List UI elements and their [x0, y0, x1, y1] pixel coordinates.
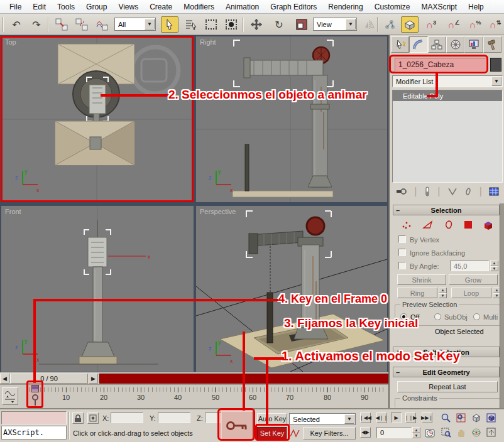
mini-curve-editor-icon[interactable] [2, 387, 18, 405]
chevron-down-icon[interactable]: ▼ [491, 77, 501, 86]
object-name-field[interactable]: 1_0256_Cabeza [395, 58, 486, 72]
frame0-key-marker[interactable] [31, 393, 39, 407]
percent-snap-icon[interactable]: ∩% [466, 16, 484, 33]
select-and-scale-icon[interactable] [293, 16, 310, 33]
edge-mode-icon[interactable] [422, 220, 434, 230]
key-filters-button[interactable]: Key Filters... [303, 427, 356, 439]
menu-item-animation[interactable]: Animation [220, 3, 265, 11]
select-object-icon[interactable] [161, 16, 178, 33]
lock-selection-icon[interactable] [72, 412, 84, 424]
bind-to-space-warp-icon[interactable] [93, 16, 111, 33]
key-selection-filter-dropdown[interactable]: Selected ▼ [289, 413, 356, 425]
spinner-snap-icon[interactable]: ∩⇅ [486, 16, 504, 33]
viewport-perspective[interactable]: Perspective [196, 206, 387, 372]
ring-spinner[interactable]: ▲▼ [439, 288, 447, 298]
select-and-move-icon[interactable] [248, 16, 265, 33]
menu-item-group[interactable]: Group [80, 3, 112, 11]
menu-item-create[interactable]: Create [144, 3, 178, 11]
play-animation-icon[interactable]: ▶ [391, 412, 402, 423]
show-end-result-icon[interactable] [424, 186, 430, 197]
set-keys-key-button[interactable] [221, 411, 253, 440]
select-and-manipulate-icon[interactable] [381, 16, 398, 33]
zoom-icon[interactable] [440, 412, 452, 424]
ignore-backfacing-checkbox[interactable] [398, 249, 406, 256]
soft-selection-rollout-header[interactable]: + Soft Selection [393, 347, 500, 357]
tab-motion-icon[interactable] [446, 36, 464, 53]
default-in-out-tangents-icon[interactable] [288, 427, 300, 439]
element-mode-icon[interactable] [483, 220, 495, 230]
time-slider-next-arrow[interactable]: ▶ [89, 374, 98, 384]
preview-off-radio[interactable] [400, 313, 407, 320]
vertex-mode-icon[interactable] [401, 220, 412, 230]
make-unique-icon[interactable] [447, 187, 457, 196]
preview-multi-radio[interactable] [473, 313, 480, 320]
modifier-stack-item[interactable]: Editable Poly [393, 90, 502, 101]
selection-rollout-header[interactable]: – Selection [393, 205, 500, 215]
tab-display-icon[interactable] [464, 36, 483, 53]
viewport-top[interactable]: Top [1, 36, 194, 202]
zoom-all-icon[interactable] [455, 412, 467, 424]
by-angle-spinner[interactable]: ▲▼ [490, 261, 498, 271]
shrink-button[interactable]: Shrink [397, 274, 446, 285]
selection-filter-dropdown[interactable]: All ▼ [114, 18, 156, 31]
by-vertex-checkbox[interactable] [398, 235, 406, 243]
x-coord-field[interactable] [111, 412, 143, 423]
viewport-right[interactable]: Right y [196, 36, 387, 202]
reference-coordinate-dropdown[interactable]: View ▼ [313, 18, 357, 31]
remove-modifier-icon[interactable] [464, 187, 472, 196]
menu-item-views[interactable]: Views [112, 3, 144, 11]
select-and-link-icon[interactable] [53, 16, 70, 33]
menu-item-edit[interactable]: Edit [27, 3, 52, 11]
select-and-rotate-icon[interactable]: ↻ [270, 16, 288, 33]
repeat-last-button[interactable]: Repeat Last [397, 381, 498, 392]
menu-item-customize[interactable]: Customize [369, 3, 416, 11]
redo-icon[interactable]: ↷ [28, 16, 45, 33]
menu-item-tools[interactable]: Tools [52, 3, 80, 11]
window-crossing-icon[interactable] [222, 16, 240, 33]
set-key-mode-red-track[interactable] [99, 374, 388, 384]
ring-button[interactable]: Ring [397, 288, 437, 298]
track-bar[interactable]: 10 20 30 40 50 60 70 80 90 [0, 384, 388, 408]
viewport-front[interactable]: Front x y x z [1, 206, 194, 372]
edit-geometry-rollout-header[interactable]: – Edit Geometry [393, 367, 500, 377]
configure-modifier-sets-icon[interactable] [489, 187, 499, 196]
grow-button[interactable]: Grow [449, 274, 498, 285]
unlink-icon[interactable] [73, 16, 90, 33]
go-to-start-icon[interactable]: ❘◀◀ [360, 412, 371, 423]
by-angle-checkbox[interactable] [398, 262, 406, 269]
menu-item-graph-editors[interactable]: Graph Editors [265, 3, 322, 11]
zoom-extents-all-icon[interactable] [485, 412, 497, 424]
y-coord-field[interactable] [158, 412, 190, 423]
preview-subobj-radio[interactable] [434, 313, 441, 320]
maximize-viewport-toggle-icon[interactable] [485, 426, 497, 438]
maxscript-mini-listener[interactable]: AXScript. [1, 426, 67, 439]
current-frame-field[interactable]: 0 [376, 427, 412, 438]
modifier-stack[interactable]: Editable Poly [392, 90, 503, 183]
loop-button[interactable]: Loop [451, 288, 491, 298]
polygon-mode-icon[interactable] [463, 220, 473, 230]
chevron-down-icon[interactable]: ▼ [346, 19, 356, 30]
tab-create-icon[interactable] [391, 36, 409, 53]
angle-snap-icon[interactable]: ∩∠ [445, 16, 463, 33]
select-by-name-icon[interactable] [182, 16, 200, 33]
menu-item-modifiers[interactable]: Modifiers [178, 3, 220, 11]
region-zoom-icon[interactable] [440, 426, 452, 438]
rectangular-selection-region-icon[interactable] [202, 16, 220, 33]
pin-stack-icon[interactable] [396, 187, 407, 196]
next-frame-icon[interactable]: ❘❘▶ [405, 412, 416, 423]
tab-hierarchy-icon[interactable] [428, 36, 446, 53]
undo-icon[interactable]: ↶ [8, 16, 25, 33]
tab-modify-icon[interactable] [409, 36, 427, 53]
border-mode-icon[interactable] [444, 220, 454, 230]
absolute-offset-toggle-icon[interactable] [87, 412, 99, 424]
time-slider-prev-arrow[interactable]: ◀ [0, 374, 9, 384]
object-color-swatch[interactable] [490, 58, 501, 72]
menu-item-file[interactable]: File [4, 3, 27, 11]
menu-item-maxscript[interactable]: MAXScript [415, 3, 463, 11]
frame-spinner[interactable]: ▲▼ [412, 427, 420, 438]
chevron-down-icon[interactable]: ▼ [145, 19, 155, 30]
key-mode-toggle-icon[interactable]: ◀▶ [360, 427, 371, 438]
auto-key-button[interactable]: Auto Key [257, 413, 287, 424]
tab-utilities-icon[interactable] [483, 36, 501, 53]
arc-rotate-icon[interactable] [470, 426, 482, 438]
